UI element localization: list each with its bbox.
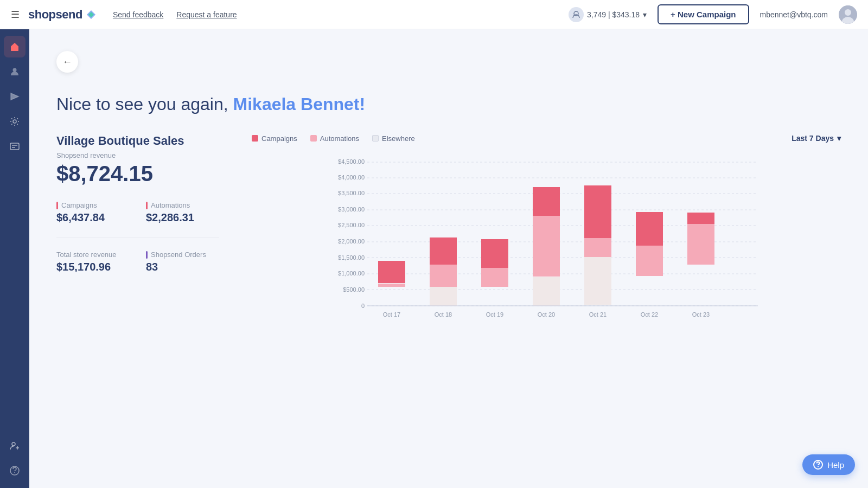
sidebar-item-add-user[interactable] xyxy=(4,435,25,457)
logo: shopsend xyxy=(28,8,97,22)
stat-orders: Shopsend Orders 83 xyxy=(146,251,219,273)
x-label-oct23: Oct 23 xyxy=(692,311,710,318)
back-button[interactable]: ← xyxy=(56,51,78,73)
date-filter-button[interactable]: Last 7 Days ▾ xyxy=(792,134,841,143)
orders-bar-indicator xyxy=(146,251,148,259)
sidebar-item-home[interactable] xyxy=(4,36,25,57)
svg-text:$1,000.00: $1,000.00 xyxy=(338,270,365,277)
sidebar-item-campaigns[interactable] xyxy=(4,86,25,107)
send-feedback-link[interactable]: Send feedback xyxy=(113,10,163,19)
automations-legend-dot xyxy=(310,135,317,142)
bar-oct18-elsewhere xyxy=(430,287,457,306)
chart-svg-container: .grid-line { stroke: #d8dce8; stroke-das… xyxy=(252,151,841,327)
svg-text:$4,500.00: $4,500.00 xyxy=(338,158,365,165)
stat-campaigns-value: $6,437.84 xyxy=(56,211,130,224)
bar-oct21-elsewhere xyxy=(584,257,611,305)
stat-orders-label: Shopsend Orders xyxy=(146,251,219,259)
stat-campaigns-label: Campaigns xyxy=(56,201,130,209)
legend-campaigns: Campaigns xyxy=(252,134,297,143)
stat-automations-label: Automations xyxy=(146,201,219,209)
main-content: ← Nice to see you again, Mikaela Bennet!… xyxy=(29,29,868,488)
svg-text:$3,500.00: $3,500.00 xyxy=(338,190,365,196)
credits-display[interactable]: 3,749 | $343.18 ▾ xyxy=(569,7,647,22)
legend-elsewhere: Elsewhere xyxy=(372,134,415,143)
bar-oct23-campaigns xyxy=(687,213,714,224)
svg-rect-9 xyxy=(10,143,19,150)
welcome-prefix: Nice to see you again, xyxy=(56,94,233,114)
welcome-heading: Nice to see you again, Mikaela Bennet! xyxy=(56,94,841,114)
bar-chart: .grid-line { stroke: #d8dce8; stroke-das… xyxy=(252,151,841,325)
bar-oct18-campaigns xyxy=(430,237,457,265)
stat-total-revenue-label: Total store revenue xyxy=(56,251,130,259)
svg-text:$2,500.00: $2,500.00 xyxy=(338,222,365,228)
stat-automations: Automations $2,286.31 xyxy=(146,201,219,224)
topnav-links: Send feedback Request a feature xyxy=(113,10,569,19)
request-feature-link[interactable]: Request a feature xyxy=(176,10,237,19)
svg-text:$4,000.00: $4,000.00 xyxy=(338,174,365,181)
x-label-oct22: Oct 22 xyxy=(641,311,658,318)
user-email: mbennet@vbtq.com xyxy=(760,10,828,19)
x-label-oct19: Oct 19 xyxy=(486,311,503,318)
svg-point-8 xyxy=(13,120,16,123)
x-label-oct18: Oct 18 xyxy=(435,311,452,318)
x-label-oct17: Oct 17 xyxy=(383,311,400,318)
svg-text:$2,000.00: $2,000.00 xyxy=(338,238,365,245)
x-label-oct21: Oct 21 xyxy=(589,311,607,318)
stat-orders-value: 83 xyxy=(146,261,219,273)
stat-automations-value: $2,286.31 xyxy=(146,211,219,224)
bar-oct19-automations xyxy=(481,268,508,287)
help-label: Help xyxy=(827,460,844,470)
sidebar-item-contacts[interactable] xyxy=(4,61,25,82)
topnav-right: 3,749 | $343.18 ▾ + New Campaign mbennet… xyxy=(569,4,857,24)
bar-oct23-automations xyxy=(687,223,714,265)
sidebar-item-messages[interactable] xyxy=(4,136,25,157)
svg-text:$3,000.00: $3,000.00 xyxy=(338,206,365,213)
credits-chevron-icon: ▾ xyxy=(643,10,647,19)
svg-text:$1,500.00: $1,500.00 xyxy=(338,254,365,261)
stat-total-revenue: Total store revenue $15,170.96 xyxy=(56,251,130,273)
campaigns-legend-dot xyxy=(252,135,258,142)
revenue-value: $8,724.15 xyxy=(56,162,219,186)
chart-header: Campaigns Automations Elsewhere Last 7 D… xyxy=(252,134,841,143)
bar-oct19-campaigns xyxy=(481,239,508,268)
topnav: ☰ shopsend Send feedback Request a featu… xyxy=(0,0,868,29)
svg-point-10 xyxy=(12,442,15,446)
help-button[interactable]: Help xyxy=(802,454,855,475)
dashboard: Village Boutique Sales Shopsend revenue … xyxy=(56,134,841,327)
logo-text: shopsend xyxy=(28,8,82,22)
svg-point-6 xyxy=(13,68,17,72)
x-label-oct20: Oct 20 xyxy=(538,311,555,318)
chart-panel: Campaigns Automations Elsewhere Last 7 D… xyxy=(252,134,841,327)
avatar[interactable] xyxy=(839,5,857,24)
credits-value: 3,749 | $343.18 xyxy=(587,10,640,19)
sidebar xyxy=(0,29,29,488)
bar-oct22-campaigns xyxy=(636,212,663,246)
bar-oct20-campaigns xyxy=(533,187,560,216)
stats-panel: Village Boutique Sales Shopsend revenue … xyxy=(56,134,219,273)
credits-icon xyxy=(569,7,584,22)
stat-campaigns: Campaigns $6,437.84 xyxy=(56,201,130,224)
stats-divider xyxy=(56,237,219,237)
bar-oct21-campaigns xyxy=(584,185,611,238)
svg-text:$500.00: $500.00 xyxy=(343,286,365,293)
bar-oct20-automations xyxy=(533,216,560,277)
sidebar-item-help[interactable] xyxy=(4,460,25,481)
help-icon xyxy=(813,460,823,470)
svg-text:0: 0 xyxy=(361,303,365,309)
sidebar-item-settings[interactable] xyxy=(4,111,25,132)
automations-bar-indicator xyxy=(146,202,148,209)
date-filter-chevron-icon: ▾ xyxy=(837,134,841,143)
stats-grid: Campaigns $6,437.84 Automations $2,286.3… xyxy=(56,201,219,273)
chart-legend: Campaigns Automations Elsewhere xyxy=(252,134,415,143)
bar-oct22-automations xyxy=(636,246,663,276)
bar-oct17-campaigns xyxy=(378,261,405,283)
logo-diamond-icon xyxy=(86,9,97,20)
menu-icon[interactable]: ☰ xyxy=(11,9,20,21)
elsewhere-legend-dot xyxy=(372,135,379,142)
new-campaign-button[interactable]: + New Campaign xyxy=(658,4,749,24)
store-title: Village Boutique Sales xyxy=(56,134,219,148)
stat-total-revenue-value: $15,170.96 xyxy=(56,261,130,273)
bar-oct20-elsewhere xyxy=(533,277,560,306)
welcome-name: Mikaela Bennet! xyxy=(233,94,366,114)
bar-oct18-automations xyxy=(430,265,457,287)
